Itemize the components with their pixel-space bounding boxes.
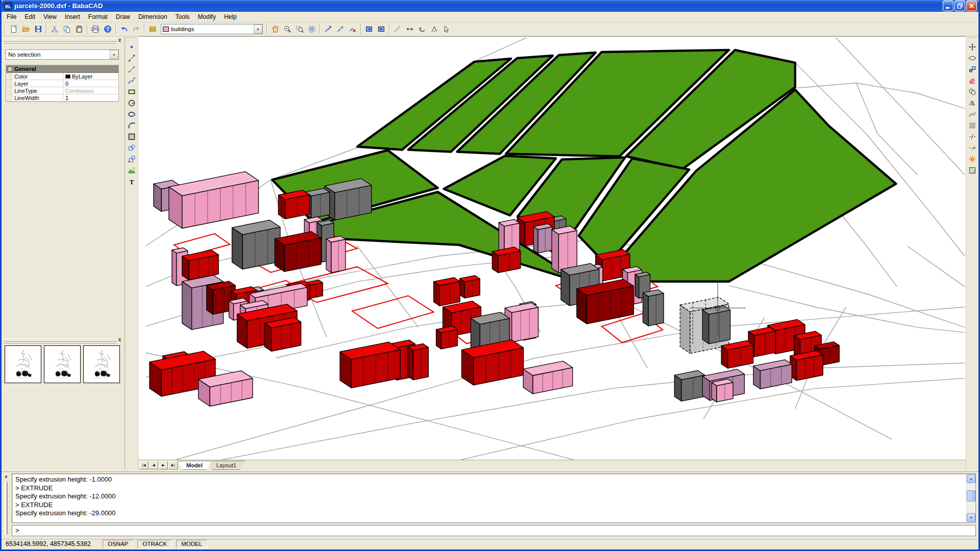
building-red[interactable] xyxy=(408,347,413,380)
explode-button[interactable] xyxy=(967,154,978,165)
snap-off-button[interactable] xyxy=(347,23,359,35)
rotate-button[interactable] xyxy=(967,53,978,64)
property-value[interactable]: 1 xyxy=(63,94,118,101)
building-darkred[interactable] xyxy=(207,286,213,314)
layer-combo[interactable]: buildings▼ xyxy=(161,24,263,34)
minimize-button[interactable] xyxy=(943,1,953,11)
print-button[interactable] xyxy=(89,23,102,35)
rectangle-button[interactable] xyxy=(126,86,137,97)
measure-button[interactable] xyxy=(391,23,404,35)
menu-edit[interactable]: Edit xyxy=(20,12,39,22)
property-value[interactable]: Continuous xyxy=(63,87,118,94)
scroll-up-icon[interactable]: ▲ xyxy=(967,474,975,483)
mirror-button[interactable] xyxy=(967,97,978,109)
building-gray[interactable] xyxy=(561,269,570,306)
menu-dimension[interactable]: Dimension xyxy=(134,12,172,22)
scale-button[interactable] xyxy=(967,64,978,75)
trim-button[interactable] xyxy=(967,131,978,142)
selection-combo[interactable]: No selection ▼ xyxy=(6,49,119,60)
building-gray[interactable] xyxy=(635,274,639,298)
extend-button[interactable] xyxy=(967,142,978,154)
zoom-extents-button[interactable] xyxy=(306,23,318,35)
array-button[interactable] xyxy=(967,120,978,131)
collapse-icon[interactable]: − xyxy=(8,67,12,71)
command-panel-close-icon[interactable]: x xyxy=(3,474,9,480)
view-next-button[interactable] xyxy=(375,23,387,35)
block-button[interactable] xyxy=(126,142,137,154)
building-mauve[interactable] xyxy=(533,227,538,253)
angle-button[interactable] xyxy=(428,23,440,35)
stretch-button[interactable] xyxy=(404,23,416,35)
save-button[interactable] xyxy=(32,23,44,35)
thumbnails-panel-grip[interactable] xyxy=(4,338,116,342)
menu-help[interactable]: Help xyxy=(220,12,241,22)
command-scrollbar[interactable]: ▲ ▼ xyxy=(966,474,975,522)
menu-view[interactable]: View xyxy=(39,12,61,22)
restore-button[interactable] xyxy=(954,1,965,11)
line-button[interactable] xyxy=(126,53,137,64)
toggle-osnap[interactable]: OSNAP xyxy=(103,540,133,548)
wireframe-building[interactable] xyxy=(680,305,690,354)
command-panel-grip[interactable] xyxy=(5,482,8,534)
property-value[interactable]: ByLayer xyxy=(63,73,118,80)
property-value[interactable]: 0 xyxy=(63,80,118,87)
property-section-header[interactable]: − General xyxy=(6,65,118,73)
building-mauve[interactable] xyxy=(182,282,192,330)
close-button[interactable] xyxy=(966,1,977,11)
hatch-button[interactable] xyxy=(967,165,978,176)
arc-button[interactable] xyxy=(126,120,137,131)
building-gray[interactable] xyxy=(702,310,709,344)
region-button[interactable] xyxy=(126,131,137,142)
select-button[interactable] xyxy=(440,23,453,35)
undo-button[interactable] xyxy=(118,23,130,35)
open-button[interactable] xyxy=(20,23,32,35)
circle-button[interactable] xyxy=(126,97,137,109)
zoom-realtime-button[interactable] xyxy=(281,23,293,35)
view-previous-button[interactable] xyxy=(363,23,375,35)
scroll-thumb[interactable] xyxy=(967,490,975,502)
toggle-otrack[interactable]: OTRACK xyxy=(137,540,172,548)
paste-button[interactable] xyxy=(73,23,85,35)
tab-nav-first-icon[interactable]: |◀ xyxy=(139,461,149,469)
properties-panel-close-icon[interactable]: x xyxy=(116,37,123,44)
chevron-down-icon[interactable]: ▼ xyxy=(254,24,262,34)
toolbar-grip[interactable] xyxy=(127,37,136,40)
menu-modify[interactable]: Modify xyxy=(194,12,220,22)
copy-object-button[interactable] xyxy=(967,86,978,97)
menu-draw[interactable]: Draw xyxy=(112,12,134,22)
help-button[interactable]: ? xyxy=(102,23,114,35)
zoom-window-button[interactable] xyxy=(293,23,306,35)
block-thumbnail[interactable] xyxy=(5,345,41,383)
block-thumbnail[interactable] xyxy=(83,345,120,383)
cut-button[interactable] xyxy=(48,23,61,35)
block-thumbnail[interactable] xyxy=(44,345,81,383)
building-pink[interactable] xyxy=(172,250,177,286)
tab-nav-prev-icon[interactable]: ◀ xyxy=(149,461,158,469)
scroll-down-icon[interactable]: ▼ xyxy=(967,513,975,522)
building-pink[interactable] xyxy=(552,230,558,273)
new-button[interactable] xyxy=(8,23,20,35)
building-gray[interactable] xyxy=(643,293,649,326)
panel-grip[interactable] xyxy=(4,38,116,42)
layers-button[interactable] xyxy=(146,23,159,35)
building-pink[interactable] xyxy=(326,239,331,272)
tab-nav-next-icon[interactable]: ▶ xyxy=(159,461,168,469)
move-button[interactable] xyxy=(967,41,978,53)
toggle-model[interactable]: MODEL xyxy=(176,540,207,548)
building-pink[interactable] xyxy=(512,307,538,342)
thumbnails-panel-close-icon[interactable]: x xyxy=(116,337,123,343)
polyline-button[interactable] xyxy=(126,75,137,86)
sheet-tab-model[interactable]: Model xyxy=(178,461,211,470)
pan-button[interactable] xyxy=(269,23,281,35)
snap-midpoint-button[interactable] xyxy=(334,23,347,35)
toolbar-grip[interactable] xyxy=(968,37,977,40)
menu-format[interactable]: Format xyxy=(84,12,112,22)
offset-button[interactable] xyxy=(967,109,978,120)
command-input[interactable]: > xyxy=(12,525,976,536)
tab-nav-last-icon[interactable]: ▶| xyxy=(168,461,178,469)
menu-tools[interactable]: Tools xyxy=(172,12,194,22)
point-button[interactable] xyxy=(126,41,137,53)
parcel-outline[interactable] xyxy=(352,296,434,329)
redo-button[interactable] xyxy=(130,23,142,35)
snap-endpoint-button[interactable] xyxy=(322,23,334,35)
